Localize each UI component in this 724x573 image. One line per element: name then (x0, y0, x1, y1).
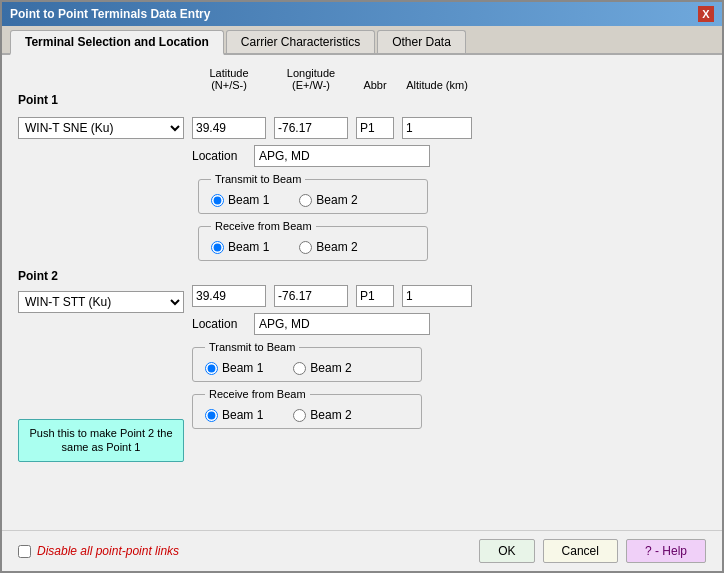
tab-carrier-characteristics[interactable]: Carrier Characteristics (226, 30, 375, 53)
ok-button[interactable]: OK (479, 539, 534, 563)
point2-lat-input[interactable] (192, 285, 266, 307)
point2-location-row: Location (192, 313, 472, 335)
point2-transmit-group: Transmit to Beam Beam 1 Beam 2 (192, 341, 472, 382)
point1-label-row: Point 1 (18, 93, 706, 111)
point2-transmit-beam1-option[interactable]: Beam 1 (205, 361, 263, 375)
point2-transmit-beam2-option[interactable]: Beam 2 (293, 361, 351, 375)
push-button-container: Push this to make Point 2 the same as Po… (18, 419, 184, 462)
point2-dropdown-row: WIN-T STT (Ku) (18, 291, 184, 313)
point2-receive-group: Receive from Beam Beam 1 Beam 2 (192, 388, 472, 429)
point2-receive-options: Beam 1 Beam 2 (205, 408, 409, 422)
point2-location-input[interactable] (254, 313, 430, 335)
header-altitude: Altitude (km) (402, 79, 472, 91)
tab-other-data[interactable]: Other Data (377, 30, 466, 53)
point2-receive-beam2-option[interactable]: Beam 2 (293, 408, 351, 422)
point1-lon-input[interactable] (274, 117, 348, 139)
window-title: Point to Point Terminals Data Entry (10, 7, 210, 21)
point2-main-row: Point 2 WIN-T STT (Ku) Push this to make… (18, 267, 706, 462)
point1-transmit-group: Transmit to Beam Beam 1 Beam 2 (198, 173, 706, 214)
point1-receive-beam2-radio[interactable] (299, 241, 312, 254)
help-button[interactable]: ? - Help (626, 539, 706, 563)
point1-dropdown[interactable]: WIN-T SNE (Ku) (18, 117, 184, 139)
point1-receive-options: Beam 1 Beam 2 (211, 240, 415, 254)
point2-receive-legend: Receive from Beam (205, 388, 310, 400)
point1-transmit-beam1-option[interactable]: Beam 1 (211, 193, 269, 207)
point2-abbr-input[interactable] (356, 285, 394, 307)
header-latitude: Latitude (N+/S-) (192, 67, 266, 91)
point2-alt-input[interactable] (402, 285, 472, 307)
point2-lon-input[interactable] (274, 285, 348, 307)
disable-links-label: Disable all point-point links (37, 544, 179, 558)
cancel-button[interactable]: Cancel (543, 539, 618, 563)
point1-receive-beam1-option[interactable]: Beam 1 (211, 240, 269, 254)
point2-section: Point 2 WIN-T STT (Ku) Push this to make… (18, 267, 706, 462)
point2-location-label: Location (192, 317, 246, 331)
point1-label: Point 1 (18, 93, 184, 107)
point1-inputs-row: WIN-T SNE (Ku) (18, 117, 706, 139)
disable-links-row: Disable all point-point links (18, 544, 179, 558)
point2-left-col: Point 2 WIN-T STT (Ku) Push this to make… (18, 267, 184, 462)
point1-location-input[interactable] (254, 145, 430, 167)
point1-section: Point 1 WIN-T SNE (Ku) Location Transmit… (18, 93, 706, 261)
point1-transmit-legend: Transmit to Beam (211, 173, 305, 185)
point2-receive-beam1-option[interactable]: Beam 1 (205, 408, 263, 422)
tab-terminal-selection[interactable]: Terminal Selection and Location (10, 30, 224, 55)
point2-receive-beam1-radio[interactable] (205, 409, 218, 422)
point1-receive-legend: Receive from Beam (211, 220, 316, 232)
point2-transmit-options: Beam 1 Beam 2 (205, 361, 409, 375)
point2-transmit-legend: Transmit to Beam (205, 341, 299, 353)
header-longitude: Longitude (E+/W-) (274, 67, 348, 91)
main-window: Point to Point Terminals Data Entry X Te… (0, 0, 724, 573)
point1-abbr-input[interactable] (356, 117, 394, 139)
footer: Disable all point-point links OK Cancel … (2, 530, 722, 571)
point1-location-label: Location (192, 149, 246, 163)
tab-bar: Terminal Selection and Location Carrier … (2, 26, 722, 55)
column-headers: Latitude (N+/S-) Longitude (E+/W-) Abbr … (18, 67, 706, 91)
point1-receive-beam2-option[interactable]: Beam 2 (299, 240, 357, 254)
point1-receive-group: Receive from Beam Beam 1 Beam 2 (198, 220, 706, 261)
title-bar: Point to Point Terminals Data Entry X (2, 2, 722, 26)
point1-lat-input[interactable] (192, 117, 266, 139)
point1-alt-input[interactable] (402, 117, 472, 139)
point1-transmit-options: Beam 1 Beam 2 (211, 193, 415, 207)
point1-transmit-beam2-option[interactable]: Beam 2 (299, 193, 357, 207)
point1-transmit-beam1-radio[interactable] (211, 194, 224, 207)
point1-receive-beam1-radio[interactable] (211, 241, 224, 254)
point2-dropdown[interactable]: WIN-T STT (Ku) (18, 291, 184, 313)
point2-receive-beam2-radio[interactable] (293, 409, 306, 422)
point2-inputs-row (192, 285, 472, 307)
point2-transmit-beam2-radio[interactable] (293, 362, 306, 375)
point2-transmit-beam1-radio[interactable] (205, 362, 218, 375)
disable-links-checkbox[interactable] (18, 545, 31, 558)
point1-transmit-beam2-radio[interactable] (299, 194, 312, 207)
point1-location-row: Location (18, 145, 706, 167)
push-same-button[interactable]: Push this to make Point 2 the same as Po… (18, 419, 184, 462)
close-button[interactable]: X (698, 6, 714, 22)
tab-content: Latitude (N+/S-) Longitude (E+/W-) Abbr … (2, 55, 722, 530)
point2-right-col: Location Transmit to Beam Beam 1 (192, 267, 472, 429)
header-abbr: Abbr (356, 79, 394, 91)
footer-buttons: OK Cancel ? - Help (479, 539, 706, 563)
point2-label: Point 2 (18, 269, 184, 283)
